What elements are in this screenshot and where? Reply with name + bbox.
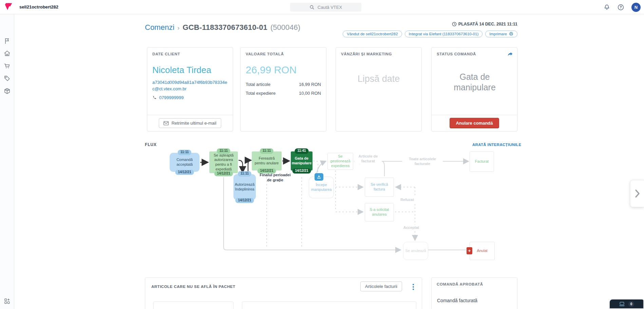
clock-icon <box>452 22 457 26</box>
total-items-value: 16,99 RON <box>299 82 321 87</box>
approved-status-text: Comandă facturată <box>437 298 512 303</box>
help-icon[interactable]: ? <box>618 4 624 11</box>
chat-count-badge: 0 <box>628 301 634 307</box>
flow-node-canceled: Anulat <box>470 242 495 260</box>
flow-node-ready-for-handling: 11:41 Gata de manipulare 14/12/21 <box>291 151 312 170</box>
client-email-link[interactable]: a73041d009d94a81a74f6b93b78334ec@ct.vtex… <box>152 79 228 92</box>
notifications-bell-icon[interactable] <box>604 4 610 11</box>
shipping-address-subcard: Adresă de livrare <box>153 302 233 309</box>
flow-node-verify-invoice: Se verifică factura <box>365 178 394 197</box>
account-name: sell21octrobert282 <box>19 4 58 10</box>
sidebar-item-apps-icon[interactable] <box>4 298 11 305</box>
flow-node-cancellation-requested: S-a solicitat anularea <box>365 203 394 221</box>
total-items-row: Total articole 16,99 RON <box>246 82 321 87</box>
flux-section-title: FLUX <box>145 142 157 147</box>
cancel-order-button[interactable]: Anulare comandă <box>450 118 499 128</box>
client-card: DATE CLIENT Nicoleta Tirdea a73041d009d9… <box>147 47 233 131</box>
flow-node-label: Începe manipularea <box>311 183 332 192</box>
flow-node-time: 11:11 <box>238 171 251 177</box>
share-arrow-icon[interactable] <box>507 51 513 57</box>
order-sequence-number: (500046) <box>270 23 300 32</box>
flow-node-label: S-a solicitat anularea <box>367 207 392 217</box>
avatar[interactable]: N <box>631 3 641 12</box>
flow-node-date: 14/12/21 <box>214 171 233 177</box>
flow-node-time: 11:11 <box>178 150 191 155</box>
search-input[interactable]: Caută VTEX <box>290 3 361 12</box>
svg-text:?: ? <box>620 5 622 9</box>
print-button[interactable]: Imprimare <box>485 31 517 37</box>
start-handling-icon[interactable] <box>315 173 323 181</box>
total-shipping-row: Total expediere 10,00 RON <box>246 91 321 96</box>
flow-node-time: 11:11 <box>217 148 230 154</box>
client-card-title: DATE CLIENT <box>147 48 233 56</box>
marketing-empty-state: Lipsă date <box>336 74 421 84</box>
flow-node-label: Se verifică factura <box>367 182 392 192</box>
flow-node-time: 11:11 <box>260 148 273 154</box>
flow-node-awaiting-authorization: 11:11 Se așteaptă autorizarea pentru a f… <box>209 151 238 173</box>
page-title-order-id: GCB-1183370673610-01 <box>183 23 267 32</box>
chevron-right-icon <box>634 189 641 198</box>
sidebar <box>0 14 14 309</box>
flow-node-label: Comandă acceptată <box>171 158 198 167</box>
flow-node-label: Anulat <box>477 249 487 253</box>
client-phone-link[interactable]: 0799999999 <box>152 95 228 100</box>
flow-label-refused: Refuzat <box>395 197 419 202</box>
package-title: Pachet 1 <box>248 308 416 309</box>
search-icon <box>309 5 315 10</box>
flow-node-canceling: Se anulează <box>403 242 428 260</box>
flow-node-label: Se așteaptă autorizarea pentru a fi expe… <box>211 153 236 172</box>
flow-node-label: Gata de manipulare <box>292 156 312 166</box>
resend-email-button[interactable]: Retrimite ultimul e-mail <box>159 118 221 128</box>
search-placeholder: Caută VTEX <box>318 5 342 10</box>
print-label: Imprimare <box>489 32 507 36</box>
order-meta: PLASATĂ 14 DEC. 2021 11:11 Vândut de sel… <box>339 22 517 37</box>
kebab-menu-icon[interactable] <box>411 283 416 291</box>
invoice-items-button[interactable]: Articolele facturii <box>360 281 402 291</box>
grace-period-note: Finalul perioadei de grație <box>259 172 291 183</box>
flow-node-label: Facturat <box>475 159 489 164</box>
breadcrumb-separator: › <box>177 24 179 32</box>
total-card-title: VALOARE TOTALĂ <box>241 48 326 56</box>
sidebar-item-cart-icon[interactable] <box>4 62 11 69</box>
flow-node-invoiced: Facturat <box>470 151 494 172</box>
items-card-title: ARTICOLE CARE NU SE AFLĂ ÎN PACHET <box>151 285 235 289</box>
total-shipping-label: Total expediere <box>246 91 276 96</box>
support-chat-widget[interactable]: 0 <box>609 299 644 309</box>
flow-node-label: Se gestionează expedierea <box>329 154 351 168</box>
show-interactions-link[interactable]: ARATĂ INTERACȚIUNILE <box>472 143 521 147</box>
expand-panel-button[interactable] <box>630 180 644 207</box>
envelope-icon <box>164 121 169 125</box>
status-card: STATUS COMANDĂ Gata de manipulare Anular… <box>431 47 517 131</box>
total-card: VALOARE TOTALĂ 26,99 RON Total articole … <box>240 47 326 131</box>
client-name: Nicoleta Tirdea <box>152 65 228 75</box>
sidebar-item-flag-icon[interactable] <box>4 38 11 44</box>
flow-label-items-to-invoice: Articole de facturat <box>355 153 382 164</box>
flow-node-handling-shipping: Se gestionează expedierea <box>327 153 353 170</box>
flow-node-label: Autorizează îndeplinirea <box>235 182 254 192</box>
flow-node-date: 14/12/21 <box>292 168 311 174</box>
total-items-label: Total articole <box>246 82 270 87</box>
flow-node-label: Fereastră pentru anulare <box>253 156 280 166</box>
flow-label-all-items-invoiced: Toate articolele facturate <box>402 156 443 167</box>
package-subcard: Pachet 1 <box>242 302 416 309</box>
flow-node-label: Se anulează <box>405 249 426 253</box>
items-not-in-package-card: ARTICOLE CARE NU SE AFLĂ ÎN PACHET Artic… <box>145 277 422 309</box>
printer-icon <box>509 32 513 36</box>
sold-by-badge: Vândut de sell21octrobert282 <box>343 31 402 37</box>
breadcrumb-orders-link[interactable]: Comenzi <box>145 23 174 32</box>
total-shipping-value: 10,00 RON <box>299 91 321 96</box>
sidebar-item-tag-icon[interactable] <box>4 75 11 82</box>
status-card-title: STATUS COMANDĂ <box>432 48 517 56</box>
flow-label-accepted: Acceptat <box>399 225 423 230</box>
avatar-initial: N <box>634 5 638 10</box>
marketing-card: VÂNZĂRI ȘI MARKETING Lipsă date <box>336 47 422 131</box>
order-total-amount: 26,99 RON <box>246 64 321 76</box>
shipping-address-title: Adresă de livrare <box>159 308 233 309</box>
flow-node-cancellation-window: 11:11 Fereastră pentru anulare 14/12/21 <box>252 151 282 170</box>
status-card-footer: Anulare comandă <box>432 115 517 131</box>
order-status-text: Gata de manipulare <box>446 72 504 93</box>
sidebar-item-package-icon[interactable] <box>4 88 11 94</box>
approved-card-title: COMANDĂ APROBATĂ <box>432 278 517 286</box>
vtex-logo-icon[interactable] <box>4 2 14 12</box>
sidebar-item-home-icon[interactable] <box>4 50 11 57</box>
